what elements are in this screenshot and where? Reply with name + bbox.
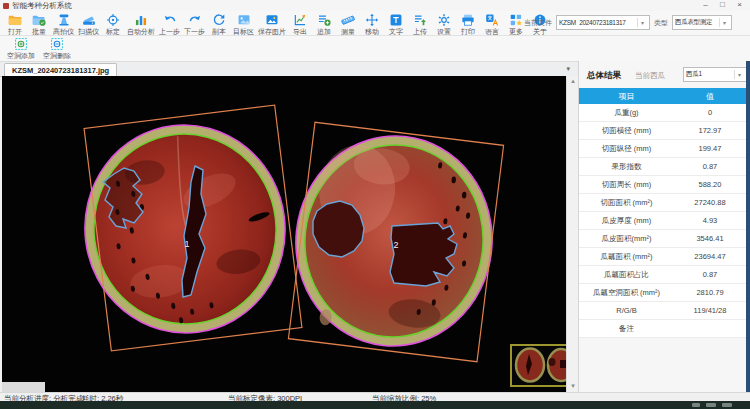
- button-redo[interactable]: 下一步: [184, 12, 205, 37]
- type-select[interactable]: 西瓜表型测定: [672, 15, 732, 30]
- table-row[interactable]: 切面纵径 (mm)199.47: [579, 140, 746, 158]
- button-doc-camera[interactable]: 高拍仪: [53, 12, 74, 37]
- current-file-select[interactable]: KZSM_20240723181317: [556, 15, 650, 30]
- button-text[interactable]: 文字: [386, 12, 406, 37]
- button-cavity-delete[interactable]: 空洞删除: [43, 37, 71, 61]
- row-item-value: 4.93: [674, 216, 746, 225]
- button-open-folder[interactable]: 打开: [5, 12, 25, 37]
- file-selector-group: 当前文件 KZSM_20240723181317 类型 西瓜表型测定: [524, 15, 736, 30]
- table-row[interactable]: 瓜重(g)0: [579, 104, 746, 122]
- save-image-icon: [265, 12, 279, 27]
- button-print[interactable]: 打印: [458, 12, 478, 37]
- table-row[interactable]: 切面横径 (mm)172.97: [579, 122, 746, 140]
- chevron-down-icon[interactable]: [719, 18, 729, 27]
- export-icon: [293, 12, 307, 27]
- cavity-outline[interactable]: [313, 201, 364, 257]
- table-row[interactable]: 瓜皮厚度 (mm)4.93: [579, 212, 746, 230]
- table-row[interactable]: R/G/B119/41/28: [579, 302, 746, 320]
- cavity-outline-2[interactable]: [390, 223, 457, 286]
- button-auto-analyze[interactable]: 自动分析: [127, 12, 155, 37]
- cavity-toolbar: 空洞添加空洞删除: [0, 36, 750, 62]
- column-header-item: 项目: [579, 91, 674, 102]
- current-file-value: KZSM_20240723181317: [559, 19, 637, 26]
- button-label: 空洞添加: [7, 51, 35, 61]
- panel-scrollbar[interactable]: [746, 61, 750, 392]
- cavity-label-2: 2: [393, 240, 398, 250]
- current-melon-select[interactable]: 西瓜1: [683, 67, 747, 82]
- cavity-delete-icon: [50, 37, 64, 51]
- results-table-header: 项目 值: [579, 88, 746, 104]
- type-value: 西瓜表型测定: [675, 18, 719, 27]
- button-save-image[interactable]: 保存图片: [258, 12, 286, 37]
- tab-list-dropdown-icon[interactable]: [566, 64, 570, 73]
- minimize-button[interactable]: –: [697, 0, 714, 10]
- button-move[interactable]: 移动: [362, 12, 382, 37]
- row-item-label: 切面周长 (mm): [579, 180, 674, 190]
- app-icon: [3, 3, 9, 9]
- cavity-add-icon: [14, 37, 28, 51]
- upload-icon: [413, 12, 427, 27]
- table-row[interactable]: 瓜瓤空洞面积 (mm²)2810.79: [579, 284, 746, 302]
- button-more[interactable]: 更多: [506, 12, 526, 37]
- button-settings[interactable]: 设置: [434, 12, 454, 37]
- measure-icon: [341, 12, 355, 27]
- horizontal-scrollbar-thumb[interactable]: [2, 382, 45, 392]
- table-row[interactable]: 果形指数0.87: [579, 158, 746, 176]
- button-scanner[interactable]: 扫描仪: [78, 12, 99, 37]
- tab-image-file[interactable]: KZSM_20240723181317.jpg: [4, 63, 117, 77]
- open-folder-icon: [8, 12, 22, 27]
- button-cavity-add[interactable]: 空洞添加: [7, 37, 35, 61]
- button-append[interactable]: 追加: [314, 12, 334, 37]
- copy-icon: [212, 12, 226, 27]
- text-icon: [389, 12, 403, 27]
- button-batch-folder[interactable]: 批量: [29, 12, 49, 37]
- tab-strip: KZSM_20240723181317.jpg: [0, 62, 578, 77]
- maximize-button[interactable]: □: [714, 0, 731, 10]
- chevron-down-icon[interactable]: [734, 70, 744, 79]
- table-row[interactable]: 切面面积 (mm²)27240.88: [579, 194, 746, 212]
- row-item-label: R/G/B: [579, 306, 674, 315]
- button-measure[interactable]: 测量: [338, 12, 358, 37]
- print-icon: [461, 12, 475, 27]
- current-melon-value: 西瓜1: [686, 70, 734, 79]
- close-button[interactable]: ×: [731, 0, 748, 10]
- type-label: 类型: [654, 18, 668, 28]
- calibrate-icon: [106, 12, 120, 27]
- cavity-label-1: 1: [184, 239, 189, 249]
- button-calibrate[interactable]: 标定: [103, 12, 123, 37]
- batch-folder-icon: [32, 12, 46, 27]
- main-toolbar: 打开批量高拍仪扫描仪标定自动分析上一步下一步副本目标区保存图片导出追加测量移动文…: [0, 11, 750, 36]
- cavity-toolbar-items: 空洞添加空洞删除: [0, 36, 71, 61]
- button-upload[interactable]: 上传: [410, 12, 430, 37]
- table-row[interactable]: 瓜瓤面积占比0.87: [579, 266, 746, 284]
- window-controls: – □ ×: [697, 0, 748, 10]
- table-row[interactable]: 瓜瓤面积 (mm²)23694.47: [579, 248, 746, 266]
- table-row[interactable]: 切面周长 (mm)588.20: [579, 176, 746, 194]
- append-icon: [317, 12, 331, 27]
- results-panel: 总体结果 当前西瓜 西瓜1 项目 值 瓜重(g)0切面横径 (mm)172.97…: [578, 61, 750, 392]
- image-canvas[interactable]: 1 2: [2, 76, 566, 392]
- auto-analyze-icon: [134, 12, 148, 27]
- row-item-value: 0: [674, 108, 746, 117]
- table-row[interactable]: 备注: [579, 320, 746, 338]
- toolbar-items: 打开批量高拍仪扫描仪标定自动分析上一步下一步副本目标区保存图片导出追加测量移动文…: [0, 11, 550, 37]
- button-label: 空洞删除: [43, 51, 71, 61]
- button-language[interactable]: 语言: [482, 12, 502, 37]
- row-item-label: 果形指数: [579, 162, 674, 172]
- results-panel-header: 总体结果 当前西瓜 西瓜1: [579, 66, 746, 86]
- current-file-label: 当前文件: [524, 18, 552, 28]
- doc-camera-icon: [57, 12, 71, 27]
- button-target-area[interactable]: 目标区: [233, 12, 254, 37]
- tray-mark: [706, 403, 716, 407]
- thumbnail-overview[interactable]: [511, 345, 566, 386]
- row-item-value: 3546.41: [674, 234, 746, 243]
- undo-icon: [163, 12, 177, 27]
- button-undo[interactable]: 上一步: [159, 12, 180, 37]
- table-row[interactable]: 瓜皮面积(mm²)3546.41: [579, 230, 746, 248]
- row-item-value: 0.87: [674, 162, 746, 171]
- row-item-label: 备注: [579, 324, 674, 334]
- row-item-value: 0.87: [674, 270, 746, 279]
- chevron-down-icon[interactable]: [637, 18, 647, 27]
- button-copy[interactable]: 副本: [209, 12, 229, 37]
- button-export[interactable]: 导出: [290, 12, 310, 37]
